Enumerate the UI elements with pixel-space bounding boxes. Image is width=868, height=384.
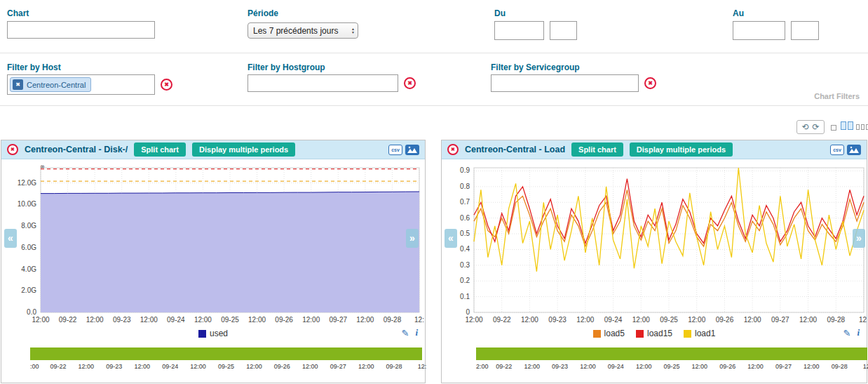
column-icon <box>841 121 846 130</box>
disk-panel-header: ✖ Centreon-Central - Disk-/ Split chart … <box>1 140 425 159</box>
svg-text:09-27: 09-27 <box>771 316 789 324</box>
display-multiple-periods-button[interactable]: Display multiple periods <box>192 143 295 157</box>
edit-chart-icon[interactable]: ✎ <box>401 328 409 338</box>
svg-text:12:00: 12:00 <box>86 316 104 324</box>
timeline-tick-label: 12:00 <box>302 363 318 370</box>
periode-selected-value: Les 7 précédents jours <box>253 26 338 36</box>
svg-text:0.1: 0.1 <box>460 293 470 300</box>
view-three-columns-button[interactable] <box>856 124 868 130</box>
svg-text:12:00: 12:00 <box>744 316 761 324</box>
view-one-column-button[interactable] <box>831 125 836 131</box>
timeline-tick-label: 09-22 <box>50 363 66 370</box>
timeline-axis-labels: 2:0009-2212:0009-2312:0009-2412:0009-251… <box>476 363 867 371</box>
clear-hostgroup-filter-icon[interactable]: ✖ <box>404 77 416 89</box>
clear-host-filter-icon[interactable]: ✖ <box>161 79 172 91</box>
hostgroup-filter-input[interactable] <box>247 74 398 92</box>
du-time-input[interactable] <box>550 21 577 40</box>
svg-text:12:00: 12:00 <box>799 316 817 324</box>
scroll-period-back-button[interactable]: « <box>4 229 17 248</box>
load-panel-header: ✖ Centreon-Central - Load Split chart Di… <box>442 140 867 159</box>
timeline-tick-label: 09-28 <box>386 363 402 370</box>
chart-filter-input[interactable] <box>7 21 155 39</box>
timeline-tick-label: 09-22 <box>496 363 512 370</box>
load-average-chart[interactable]: 12:0009-2212:0009-2312:0009-2412:0009-25… <box>442 161 867 326</box>
split-chart-button[interactable]: Split chart <box>571 143 623 157</box>
svg-text:12:00: 12:00 <box>632 316 650 324</box>
rotate-period-icon[interactable]: ⟳ <box>813 123 820 131</box>
svg-text:0.7: 0.7 <box>460 198 470 206</box>
svg-text:09-28: 09-28 <box>827 316 845 324</box>
host-tag-label: Centreon-Central <box>27 81 86 89</box>
timeline-tick-label: 09-26 <box>719 363 735 370</box>
svg-text:09-28: 09-28 <box>384 316 402 324</box>
view-two-columns-button[interactable] <box>841 121 853 130</box>
disk-usage-chart[interactable]: 12:0009-2212:0009-2312:0009-2412:0009-25… <box>1 161 425 326</box>
timeline-tick-label: 12: <box>418 363 427 370</box>
close-disk-chart-icon[interactable]: ✖ <box>7 144 18 155</box>
svg-text:09-26: 09-26 <box>716 316 734 324</box>
legend-color-swatch <box>593 330 601 338</box>
remove-host-tag-icon[interactable]: ✖ <box>13 79 23 90</box>
svg-text:0.3: 0.3 <box>460 261 470 269</box>
disk-header-icons: csv <box>388 145 419 155</box>
legend-label: load1 <box>695 329 715 338</box>
au-time-input[interactable] <box>791 21 819 40</box>
scroll-period-forward-button[interactable]: » <box>853 229 865 248</box>
export-image-icon[interactable] <box>847 145 861 155</box>
timeline-tick-label: 12:00 <box>134 363 150 370</box>
servicegroup-filter-input[interactable] <box>491 74 639 92</box>
timeline-tick-label: 2:00 <box>476 363 489 370</box>
split-chart-button[interactable]: Split chart <box>134 143 186 157</box>
select-down-icon: ▼ <box>351 31 355 34</box>
filters-bottom-divider <box>0 105 868 106</box>
legend-label: load15 <box>647 329 672 338</box>
column-icon <box>848 121 853 130</box>
display-multiple-periods-button[interactable]: Display multiple periods <box>630 143 733 157</box>
host-filter-tag[interactable]: ✖ Centreon-Central <box>10 77 91 92</box>
legend-item[interactable]: load1 <box>684 329 715 338</box>
timeline-tick-label: 09-23 <box>106 363 122 370</box>
timeline-tick-label: 09-24 <box>608 363 624 370</box>
au-date-input[interactable] <box>733 21 785 40</box>
disk-chart-tools: ✎ i <box>401 327 418 338</box>
load-chart-legend: load5load15load1 <box>442 329 867 338</box>
scroll-period-back-button[interactable]: « <box>445 229 457 248</box>
svg-text:09-25: 09-25 <box>221 316 239 324</box>
periode-label: Période <box>247 8 278 18</box>
svg-text:8.0G: 8.0G <box>21 222 36 230</box>
timeline-selector-bar[interactable] <box>476 347 867 360</box>
timeline-tick-label: 12:00 <box>190 363 206 370</box>
chart-info-icon[interactable]: i <box>857 327 860 338</box>
load-chart-tools: ✎ i <box>843 327 860 338</box>
svg-text:09-27: 09-27 <box>329 316 347 324</box>
legend-item[interactable]: load15 <box>636 329 672 338</box>
du-date-input[interactable] <box>494 21 544 40</box>
timeline-selector-bar[interactable] <box>30 347 422 360</box>
timeline-tick-label: 12:00 <box>524 363 540 370</box>
timeline-tick-label: 12:00 <box>803 363 820 370</box>
host-filter-input[interactable]: ✖ Centreon-Central <box>7 74 155 95</box>
svg-text:09-25: 09-25 <box>660 316 678 324</box>
close-load-chart-icon[interactable]: ✖ <box>447 144 459 155</box>
timeline-tick-label: 12: <box>863 363 868 370</box>
svg-text:12.0G: 12.0G <box>18 179 36 187</box>
timeline-tick-label: 12:00 <box>358 363 374 370</box>
legend-label: load5 <box>604 329 625 338</box>
legend-label: used <box>210 329 228 338</box>
legend-item[interactable]: used <box>198 329 228 338</box>
edit-chart-icon[interactable]: ✎ <box>843 328 850 338</box>
export-csv-icon[interactable]: csv <box>388 145 402 155</box>
periode-select[interactable]: Les 7 précédents jours ▲ ▼ <box>247 22 358 39</box>
export-image-icon[interactable] <box>405 145 419 155</box>
filter-by-host-label: Filter by Host <box>7 62 61 72</box>
svg-text:12:00: 12:00 <box>356 316 374 324</box>
svg-text:0.9: 0.9 <box>460 166 470 174</box>
clear-servicegroup-filter-icon[interactable]: ✖ <box>644 77 656 89</box>
scroll-period-forward-button[interactable]: » <box>406 229 419 248</box>
chart-info-icon[interactable]: i <box>415 327 418 338</box>
timeline-tick-label: 09-25 <box>663 363 679 370</box>
refresh-graphs-icon[interactable]: ⟲ <box>801 123 808 131</box>
legend-item[interactable]: load5 <box>593 329 625 338</box>
svg-text:12:00: 12:00 <box>140 316 158 324</box>
export-csv-icon[interactable]: csv <box>830 145 844 155</box>
